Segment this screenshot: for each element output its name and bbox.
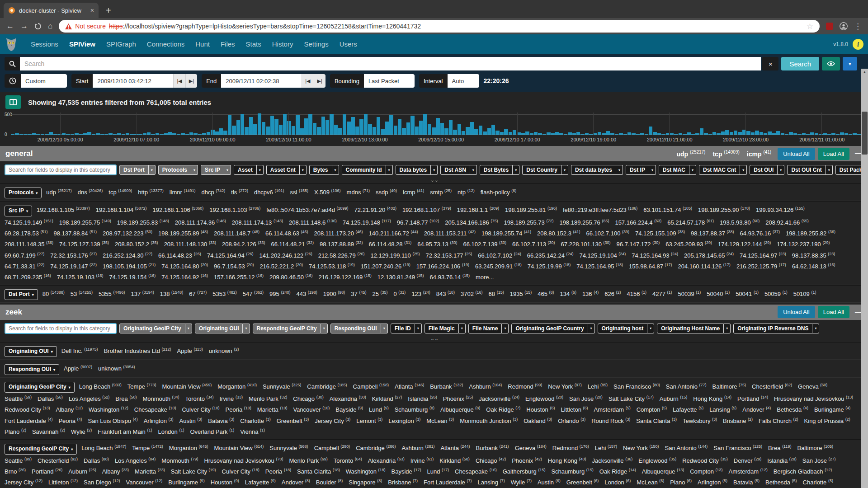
field-value[interactable]: 64.95.73.13 (30) <box>417 238 457 249</box>
field-button-responding-geoip-city[interactable]: Responding GeoIP City▾ <box>253 324 328 333</box>
row-field-button[interactable]: Originating GeoIP City▾ <box>5 382 75 393</box>
field-value[interactable]: Phoenix (25) <box>443 393 473 404</box>
field-value[interactable]: 199.93.34.126 (155) <box>756 204 805 215</box>
field-value[interactable]: Brea (119) <box>768 442 791 453</box>
field-value[interactable]: London (6) <box>604 476 631 487</box>
bounding-select[interactable]: Last Packet <box>364 74 415 88</box>
field-button-dst-ip[interactable]: Dst IP▾ <box>626 165 656 175</box>
field-value[interactable]: 74.125.19.148 (117) <box>343 216 391 227</box>
field-value[interactable]: 136 (4) <box>582 288 599 299</box>
field-value[interactable]: 465 (8) <box>538 288 554 299</box>
field-value[interactable]: 66.114.48.28 (31) <box>369 238 412 249</box>
search-input[interactable] <box>20 57 761 70</box>
field-value[interactable]: Greenbelt (3) <box>277 415 309 426</box>
field-value[interactable]: unknown (3054) <box>98 362 135 373</box>
nav-item-users[interactable]: Users <box>334 40 363 48</box>
field-value[interactable]: San Francisco (125) <box>713 442 762 453</box>
field-value[interactable]: Compton (13) <box>690 465 722 476</box>
field-value[interactable]: Chesapeake (10) <box>134 404 176 414</box>
chevron-down-icon[interactable]: ▾ <box>561 165 568 175</box>
field-value[interactable]: fe80::5074:1b53:7e7:ad4d (1899) <box>266 204 348 215</box>
field-value[interactable]: 50040 (1) <box>707 288 730 299</box>
field-value[interactable]: tls (272) <box>231 186 248 197</box>
field-value[interactable]: 198.189.255.74 (41) <box>481 227 531 238</box>
scrollbar-thumb[interactable] <box>862 112 868 155</box>
field-value[interactable]: San Jose (27) <box>802 455 836 465</box>
field-value[interactable]: 74.125.19.103 (16) <box>57 271 104 282</box>
field-value[interactable]: Houston (6) <box>526 404 555 414</box>
field-value[interactable]: 1900 (98) <box>323 288 345 299</box>
field-value[interactable]: 174.132.237.190 (29) <box>777 238 830 249</box>
chevron-down-icon[interactable]: ▾ <box>321 324 328 333</box>
address-bar[interactable]: Not secure https://localhost/spiview?gra… <box>59 20 820 33</box>
field-value[interactable]: 5353 (482) <box>212 288 237 299</box>
field-value[interactable]: Baltimore (75) <box>712 380 746 391</box>
nav-item-spigraph[interactable]: SPIGraph <box>101 40 142 48</box>
field-value[interactable]: Marietta (23) <box>135 465 165 476</box>
field-value[interactable]: McLean (6) <box>637 476 664 487</box>
field-value[interactable]: Baltimore (105) <box>797 442 833 453</box>
field-button-label[interactable]: Community Id <box>342 165 386 175</box>
field-button-label[interactable]: Dst Bytes <box>480 165 513 175</box>
field-value[interactable]: 50109 (1) <box>793 288 816 299</box>
interval-select[interactable]: Auto <box>448 74 479 88</box>
field-button-originating-ip-reverse-dns[interactable]: Originating IP Reverse DNS▾ <box>733 324 819 333</box>
field-value[interactable]: 208.80.152.3 (41) <box>537 227 580 238</box>
field-search-input[interactable] <box>5 164 117 175</box>
field-value[interactable]: 4277 (1) <box>652 288 672 299</box>
field-value[interactable]: Albuquerque (8) <box>440 404 480 414</box>
field-value[interactable]: Seattle (59) <box>5 393 32 404</box>
field-value[interactable]: Ashburn (281) <box>401 442 434 453</box>
field-value[interactable]: 74.125.19.99 (18) <box>528 260 571 271</box>
field-value[interactable]: Campbell (158) <box>353 380 389 391</box>
field-value[interactable]: 209.80.46.50 (16) <box>269 271 313 282</box>
field-button-file-name[interactable]: File Name▾ <box>468 324 509 333</box>
field-value[interactable]: Round Rock (3) <box>591 415 630 426</box>
field-button-label[interactable]: Originating GeoIP Country <box>511 324 588 333</box>
field-value[interactable]: Kirkland (58) <box>439 455 470 465</box>
chevron-down-icon[interactable]: ▾ <box>300 165 307 175</box>
field-button-label[interactable]: File Magic <box>425 324 459 333</box>
field-value[interactable]: 72.32.153.177 (25) <box>425 249 472 260</box>
field-button-dst-data-bytes[interactable]: Dst data bytes▾ <box>571 165 623 175</box>
field-value[interactable]: 25 (35) <box>372 288 387 299</box>
field-value[interactable]: 66.102.7.100 (39) <box>586 227 630 238</box>
field-value[interactable]: 208.111.174.13 (143) <box>232 216 283 227</box>
field-value[interactable]: Portland (14) <box>737 393 768 404</box>
field-value[interactable]: 64.62.148.13 (16) <box>792 260 835 271</box>
chevron-down-icon[interactable]: ▾ <box>257 165 264 175</box>
chevron-down-icon[interactable]: ▾ <box>191 165 198 175</box>
chevron-down-icon[interactable]: ▾ <box>224 165 231 175</box>
field-value[interactable]: 74.125.19.149 (151) <box>5 216 53 227</box>
field-value[interactable]: 204.160.114.126 (17) <box>678 260 731 271</box>
field-value[interactable]: 68 (15) <box>489 288 504 299</box>
double-chevron-icon[interactable]: ⌄⌄ <box>430 337 438 340</box>
chevron-down-icon[interactable]: ▾ <box>740 165 747 175</box>
session-histogram[interactable]: 500 0 2009/12/10 05:00:002009/12/10 07:0… <box>5 113 863 144</box>
field-value[interactable]: Overland Park (1) <box>190 426 234 436</box>
field-value[interactable]: 50041 (1) <box>736 288 759 299</box>
field-value[interactable]: 64.93.76.14 (15) <box>430 271 470 282</box>
field-value[interactable]: Washington (18) <box>346 465 386 476</box>
field-value[interactable]: Toronto (64) <box>334 455 362 465</box>
field-value[interactable]: 216.129.122.169 (15) <box>319 271 372 282</box>
field-value[interactable]: Schaumburg (15) <box>551 465 593 476</box>
field-value[interactable]: Bethesda (5) <box>765 476 797 487</box>
field-value[interactable]: Redmond (176) <box>552 442 589 453</box>
field-value[interactable]: 192.168.1.107 (379) <box>402 204 451 215</box>
end-snap-back-button[interactable]: |◀ <box>302 74 313 88</box>
field-value[interactable]: 208.111.148.7 (48) <box>214 227 259 238</box>
field-value[interactable]: 98.137.88.37 (38) <box>691 227 734 238</box>
row-field-button[interactable]: Originating OUI▾ <box>5 346 57 357</box>
field-value[interactable]: Wylie (2) <box>71 426 92 436</box>
field-value[interactable]: llmnr (1491) <box>170 186 196 197</box>
field-value[interactable]: Hong Kong (14) <box>693 393 731 404</box>
field-value[interactable]: 208.111.153.211 (42) <box>424 227 476 238</box>
field-button-label[interactable]: Originating GeoIP City <box>119 324 185 333</box>
field-value[interactable]: Lemont (3) <box>356 415 382 426</box>
field-value[interactable]: 157.166.224.106 (19) <box>416 260 469 271</box>
field-value[interactable]: Boulder (8) <box>316 476 343 487</box>
field-button-label[interactable]: Protocols <box>158 165 191 175</box>
field-value[interactable]: Andover (4) <box>742 404 771 414</box>
field-value[interactable]: Burbank (241) <box>476 442 509 453</box>
